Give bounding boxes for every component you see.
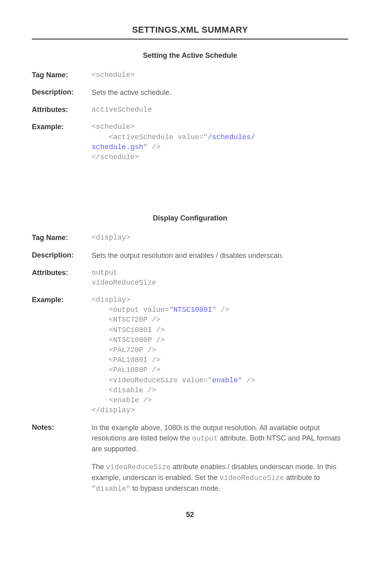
code-line: <videoReduceSize value=" bbox=[92, 376, 212, 384]
value-description-1: Sets the active schedule. bbox=[92, 87, 348, 98]
code-line: <output value=" bbox=[92, 306, 173, 314]
value-attributes-2: output videoReduceSize bbox=[92, 268, 348, 288]
label-description-2: Description: bbox=[32, 250, 92, 260]
row-attributes-2: Attributes: output videoReduceSize bbox=[32, 268, 348, 288]
code-line: <NTSC1080I /> bbox=[92, 326, 165, 334]
code-line: <schedule> bbox=[92, 123, 135, 131]
section-heading-display: Display Configuration bbox=[32, 213, 348, 223]
code-line: <PAL1080P /> bbox=[92, 366, 161, 374]
value-tag-name-1: <schedule> bbox=[92, 70, 348, 80]
attr-line: output bbox=[92, 269, 118, 277]
page-title: SETTINGS.XML SUMMARY bbox=[32, 24, 348, 36]
row-description-1: Description: Sets the active schedule. bbox=[32, 87, 348, 98]
row-example-2: Example: <display> <output value="NTSC10… bbox=[32, 295, 348, 415]
inline-code: output bbox=[192, 435, 218, 442]
code-value: NTSC1080I bbox=[173, 306, 212, 314]
row-tag-name-1: Tag Name: <schedule> bbox=[32, 70, 348, 80]
label-tag-name-2: Tag Name: bbox=[32, 233, 92, 243]
code-line: <PAL720P /> bbox=[92, 346, 156, 354]
text: to bypass underscan mode. bbox=[130, 484, 220, 492]
label-notes: Notes: bbox=[32, 423, 92, 433]
inline-code: videoReduceSize bbox=[106, 463, 170, 471]
label-example-2: Example: bbox=[32, 295, 92, 305]
text: attribute to bbox=[284, 474, 320, 482]
code-line: <NTSC1080P /> bbox=[92, 336, 165, 344]
code-line: " /> bbox=[143, 143, 161, 151]
code-example-2: <display> <output value="NTSC1080I" /> <… bbox=[92, 295, 348, 415]
row-example-1: Example: <schedule> <activeSchedule valu… bbox=[32, 122, 348, 162]
row-description-2: Description: Sets the output resolution … bbox=[32, 250, 348, 261]
row-tag-name-2: Tag Name: <display> bbox=[32, 233, 348, 243]
label-example-1: Example: bbox=[32, 122, 92, 132]
value-attributes-1: activeSchedule bbox=[92, 105, 348, 115]
code-example-1: <schedule> <activeSchedule value="/sched… bbox=[92, 122, 348, 162]
header-rule bbox=[32, 39, 348, 39]
code-line: </display> bbox=[92, 406, 135, 414]
code-line: " /> bbox=[238, 376, 255, 384]
text: The bbox=[92, 463, 106, 471]
value-notes: In the example above, 1080i is the outpu… bbox=[92, 423, 348, 494]
code-line: <activeSchedule value=" bbox=[92, 133, 208, 141]
code-line: <enable /> bbox=[92, 396, 152, 404]
label-attributes-2: Attributes: bbox=[32, 268, 92, 278]
code-value: /schedules/ bbox=[208, 133, 255, 141]
code-line: <PAL1080I /> bbox=[92, 356, 161, 364]
notes-paragraph-2: The videoReduceSize attribute enables / … bbox=[92, 462, 348, 494]
page-number: 52 bbox=[32, 510, 348, 520]
row-notes: Notes: In the example above, 1080i is th… bbox=[32, 423, 348, 494]
code-value: enable bbox=[212, 376, 238, 384]
code-line: <display> bbox=[92, 296, 130, 304]
row-attributes-1: Attributes: activeSchedule bbox=[32, 105, 348, 115]
code-line: <NTSC720P /> bbox=[92, 316, 161, 324]
inline-code: videoReduceSize bbox=[219, 474, 284, 482]
inline-code: "disable" bbox=[92, 485, 130, 493]
code-line: " /> bbox=[212, 306, 229, 314]
notes-paragraph-1: In the example above, 1080i is the outpu… bbox=[92, 423, 348, 454]
code-value: schedule.gsh bbox=[92, 143, 143, 151]
attr-line: videoReduceSize bbox=[92, 279, 156, 287]
label-attributes-1: Attributes: bbox=[32, 105, 92, 115]
value-tag-name-2: <display> bbox=[92, 233, 348, 243]
section-heading-schedule: Setting the Active Schedule bbox=[32, 51, 348, 61]
code-line: <disable /> bbox=[92, 386, 156, 394]
code-line: </schedule> bbox=[92, 153, 139, 161]
value-description-2: Sets the output resolution and enables /… bbox=[92, 250, 348, 261]
label-description-1: Description: bbox=[32, 87, 92, 97]
label-tag-name-1: Tag Name: bbox=[32, 70, 92, 80]
